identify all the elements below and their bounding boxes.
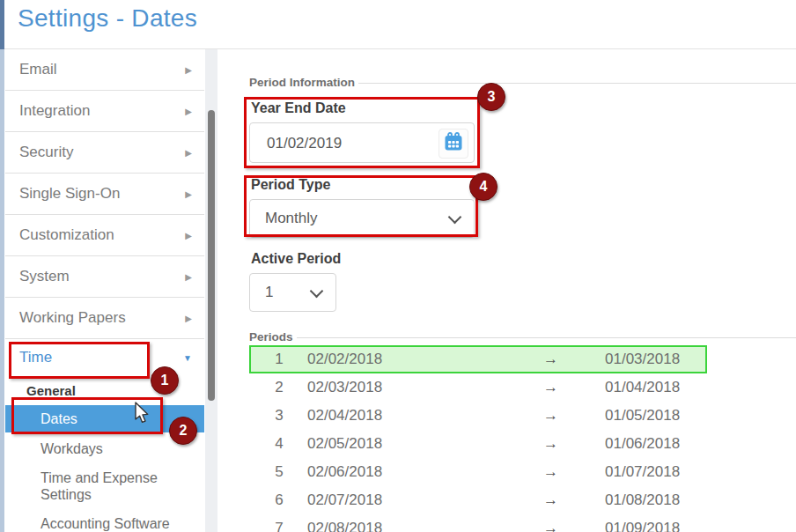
active-period-label: Active Period xyxy=(251,251,341,267)
period-information-legend: Period Information xyxy=(249,76,796,89)
period-start-date: 02/03/2018 xyxy=(307,379,543,396)
active-period-select[interactable]: 1 xyxy=(249,273,336,312)
sidebar-item-label: System xyxy=(19,268,70,285)
sidebar-item-label: Customization xyxy=(19,226,114,244)
period-row[interactable]: 7 02/08/2018 → 01/09/2018 xyxy=(249,514,707,532)
chevron-right-icon: ▶ xyxy=(185,231,192,240)
period-row[interactable]: 5 02/06/2018 → 01/07/2018 xyxy=(249,458,707,486)
period-row[interactable]: 3 02/04/2018 → 01/05/2018 xyxy=(249,402,707,430)
period-start-date: 02/08/2018 xyxy=(307,520,543,532)
period-row[interactable]: 6 02/07/2018 → 01/08/2018 xyxy=(249,486,707,514)
period-arrow-icon: → xyxy=(543,520,605,532)
period-end-date: 01/03/2018 xyxy=(605,351,705,368)
sidebar-item-single-sign-on[interactable]: Single Sign-On ▶ xyxy=(5,174,204,215)
period-row[interactable]: 4 02/05/2018 → 01/06/2018 xyxy=(249,430,707,458)
period-row[interactable]: 1 02/02/2018 → 01/03/2018 xyxy=(249,345,707,373)
period-start-date: 02/05/2018 xyxy=(307,435,543,453)
sidebar: Email ▶ Integration ▶ Security ▶ Single … xyxy=(5,49,204,532)
period-type-value: Monthly xyxy=(265,210,318,227)
period-start-date: 02/02/2018 xyxy=(307,351,543,368)
period-end-date: 01/07/2018 xyxy=(605,463,705,481)
chevron-down-icon xyxy=(310,284,324,299)
active-period-value: 1 xyxy=(265,284,273,301)
period-arrow-icon: → xyxy=(543,407,605,425)
period-arrow-icon: → xyxy=(543,491,605,509)
period-number: 1 xyxy=(251,351,307,368)
year-end-date-label: Year End Date xyxy=(251,100,346,116)
period-start-date: 02/07/2018 xyxy=(307,491,543,509)
period-end-date: 01/04/2018 xyxy=(605,379,705,396)
period-number: 3 xyxy=(251,407,307,425)
period-end-date: 01/09/2018 xyxy=(605,520,705,532)
period-row[interactable]: 2 02/03/2018 → 01/04/2018 xyxy=(249,373,707,402)
chevron-right-icon: ▶ xyxy=(185,107,192,116)
period-end-date: 01/05/2018 xyxy=(605,407,705,425)
calendar-icon xyxy=(443,131,464,156)
sidebar-item-label: Integration xyxy=(19,102,90,120)
sidebar-item-label: Single Sign-On xyxy=(19,185,120,203)
page-title: Settings - Dates xyxy=(18,4,197,33)
period-start-date: 02/04/2018 xyxy=(307,407,543,425)
sidebar-item-security[interactable]: Security ▶ xyxy=(5,132,204,174)
annotation-badge-2: 2 xyxy=(169,417,197,445)
chevron-right-icon: ▶ xyxy=(185,314,192,323)
chevron-down-icon xyxy=(448,211,462,225)
chevron-right-icon: ▶ xyxy=(185,65,192,75)
sidebar-item-accounting-software[interactable]: Accounting Software xyxy=(5,515,190,532)
left-accent-strip-top xyxy=(0,0,4,49)
sidebar-item-working-papers[interactable]: Working Papers ▶ xyxy=(5,298,204,339)
year-end-date-input[interactable] xyxy=(265,134,401,153)
period-arrow-icon: → xyxy=(543,463,605,481)
sidebar-scrollbar-thumb[interactable] xyxy=(208,110,215,401)
sidebar-item-label: Email xyxy=(19,61,57,78)
chevron-right-icon: ▶ xyxy=(185,189,192,199)
sidebar-item-time-expense-settings[interactable]: Time and Expense Settings xyxy=(5,469,173,503)
year-end-date-field xyxy=(249,122,475,163)
periods-legend: Periods xyxy=(249,330,796,344)
sidebar-item-email[interactable]: Email ▶ xyxy=(5,49,204,91)
period-number: 7 xyxy=(251,520,307,532)
sidebar-item-label: Dates xyxy=(41,411,77,427)
period-end-date: 01/08/2018 xyxy=(605,491,705,509)
chevron-right-icon: ▶ xyxy=(185,148,192,158)
period-arrow-icon: → xyxy=(543,379,605,396)
legend-rule xyxy=(358,83,796,84)
period-number: 6 xyxy=(251,491,307,509)
period-number: 4 xyxy=(251,435,307,453)
calendar-button[interactable] xyxy=(439,129,468,159)
sidebar-item-label: Time xyxy=(19,349,52,366)
period-type-label: Period Type xyxy=(251,177,330,193)
period-type-select[interactable]: Monthly xyxy=(249,199,475,238)
period-start-date: 02/06/2018 xyxy=(307,463,543,481)
sidebar-scrollbar-track[interactable] xyxy=(205,49,217,532)
triangle-down-icon: ▼ xyxy=(183,353,192,363)
annotation-badge-4: 4 xyxy=(469,173,498,201)
period-number: 2 xyxy=(251,379,307,396)
left-accent-strip xyxy=(0,0,4,532)
main-panel: Period Information Year End Date P xyxy=(218,49,796,532)
sidebar-item-label: Working Papers xyxy=(19,309,126,327)
legend-rule xyxy=(297,337,796,338)
sidebar-item-label: Security xyxy=(19,144,73,161)
period-number: 5 xyxy=(251,463,307,481)
period-arrow-icon: → xyxy=(543,435,605,453)
sidebar-item-workdays[interactable]: Workdays xyxy=(5,440,204,457)
period-arrow-icon: → xyxy=(543,351,605,368)
sidebar-main-list: Email ▶ Integration ▶ Security ▶ Single … xyxy=(5,49,204,339)
sidebar-item-system[interactable]: System ▶ xyxy=(5,256,204,298)
chevron-right-icon: ▶ xyxy=(185,272,192,282)
sidebar-item-integration[interactable]: Integration ▶ xyxy=(5,91,204,132)
period-end-date: 01/06/2018 xyxy=(605,435,705,453)
sidebar-item-customization[interactable]: Customization ▶ xyxy=(5,215,204,256)
periods-list: 1 02/02/2018 → 01/03/2018 2 02/03/2018 →… xyxy=(249,345,707,532)
annotation-badge-1: 1 xyxy=(151,366,179,395)
annotation-badge-3: 3 xyxy=(477,83,505,111)
